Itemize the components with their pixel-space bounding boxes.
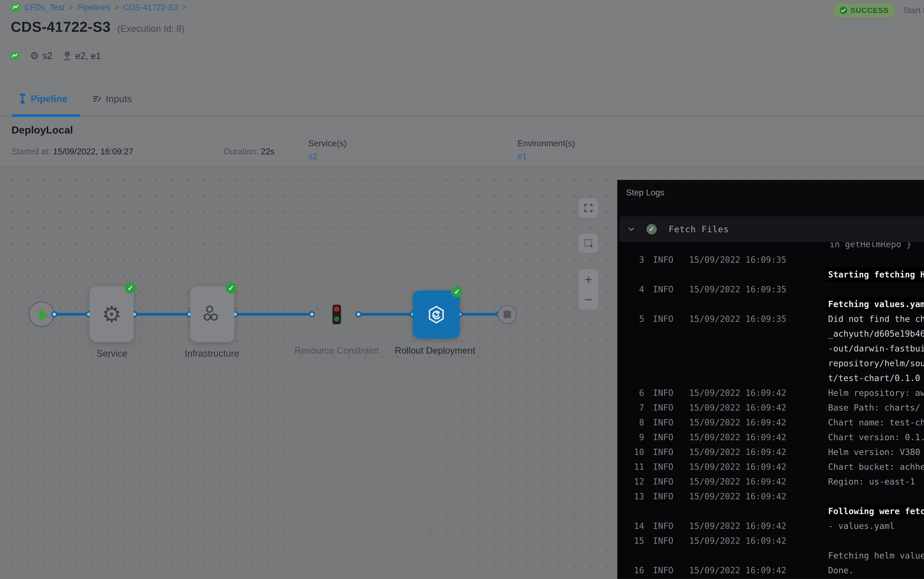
started-value: 15/09/2022, 16:09:27 — [53, 147, 134, 156]
play-icon — [39, 309, 49, 322]
zoom-out-button[interactable]: − — [584, 293, 592, 306]
node-infrastructure[interactable]: ✓ — [190, 286, 234, 342]
log-message: Helm repository: aws-qa-setup-modified — [828, 386, 924, 400]
log-lvl: INFO — [653, 474, 673, 489]
log-line: _achyuth/d605e19b46448ceaacb01fb4c19633a… — [828, 329, 924, 339]
start-node[interactable] — [29, 301, 54, 327]
log-row: 16INFO15/09/2022 16:09:42Done. — [618, 563, 924, 578]
log-body[interactable]: in getHelmRepo } 3INFO15/09/2022 16:09:3… — [618, 242, 924, 579]
log-line: - values.yaml — [828, 521, 895, 531]
node-service[interactable]: ⚙ ✓ — [90, 286, 134, 342]
harness-logo-icon — [11, 3, 20, 12]
node-label-infrastructure: Infrastructure — [175, 346, 249, 361]
log-lvl: INFO — [653, 282, 673, 297]
log-line: Base Path: charts/ — [828, 402, 920, 413]
execution-page: CFDs_Test > Pipelines > CDS-41722-S3 > S… — [0, 0, 924, 579]
fullscreen-button[interactable] — [579, 198, 598, 218]
duration-label: Duration: — [224, 147, 258, 156]
stage-started: Started at: 15/09/2022, 16:09:27 — [11, 146, 134, 156]
log-row: 14INFO15/09/2022 16:09:42- values.yaml — [618, 518, 924, 533]
log-line: repository/helm/source/93602db7-89f2-317… — [828, 358, 924, 368]
log-lvl: INFO — [653, 445, 673, 460]
environments-label: Environment(s) — [518, 138, 575, 148]
log-num: 11 — [618, 460, 644, 474]
services-value[interactable]: s2 — [308, 151, 317, 161]
stage-duration: Duration: 22s — [224, 146, 274, 156]
zoom-in-button[interactable]: + — [584, 273, 592, 286]
log-lvl: INFO — [653, 518, 673, 533]
node-label-resource-constraint: Resource Constraint — [290, 343, 383, 358]
services-label: Service(s) — [308, 138, 346, 148]
log-num: 7 — [618, 400, 644, 415]
log-row: 15INFO15/09/2022 16:09:42Fetching helm v… — [618, 533, 924, 563]
log-row: 11INFO15/09/2022 16:09:42Chart bucket: a… — [618, 460, 924, 474]
stage-info-bar: DeployLocal Started at: 15/09/2022, 16:0… — [0, 118, 924, 167]
log-time: 15/09/2022 16:09:35 — [689, 282, 793, 297]
gear-icon: ⚙ — [102, 301, 122, 327]
log-lvl: INFO — [653, 252, 673, 267]
environment-icon — [63, 51, 72, 61]
fit-to-screen-button[interactable] — [579, 234, 598, 253]
log-num: 3 — [618, 252, 644, 267]
traffic-light-red — [334, 306, 340, 312]
success-check-icon: ✓ — [451, 286, 463, 298]
gear-icon: ⚙ — [30, 50, 39, 62]
environment-tag-value: e2, e1 — [75, 51, 101, 61]
log-lvl: INFO — [653, 386, 673, 400]
traffic-light-green — [334, 316, 339, 322]
log-message: Helm version: V380 — [828, 445, 924, 460]
environment-tag[interactable]: e2, e1 — [63, 51, 101, 61]
log-blank-line — [828, 489, 924, 504]
step-success-icon: ✓ — [646, 224, 657, 234]
tab-pipeline[interactable]: Pipeline — [18, 81, 67, 116]
log-message: - values.yaml — [828, 518, 924, 533]
log-num: 16 — [618, 563, 644, 578]
breadcrumb-pipelines[interactable]: Pipelines — [77, 3, 110, 12]
log-line: Chart version: 0.1.0 — [828, 432, 924, 442]
active-tab-indicator — [12, 114, 80, 117]
node-resource-constraint[interactable] — [333, 305, 341, 324]
log-row: 10INFO15/09/2022 16:09:42Helm version: V… — [618, 445, 924, 460]
inputs-icon — [92, 94, 102, 103]
log-line: Chart name: test-chart — [828, 417, 924, 427]
chevron-right-icon: > — [69, 3, 73, 12]
success-check-icon: ✓ — [225, 282, 237, 294]
tab-pipeline-label: Pipeline — [31, 93, 67, 104]
start-time-label: Start time — [903, 6, 924, 15]
harness-logo-icon — [10, 51, 19, 60]
log-row: 8INFO15/09/2022 16:09:42Chart name: test… — [618, 415, 924, 430]
log-blank-line — [828, 282, 924, 297]
log-lvl: INFO — [653, 460, 673, 474]
chevron-right-icon: > — [182, 3, 187, 12]
execution-id: (Execution Id: 8) — [118, 23, 184, 34]
breadcrumb-project[interactable]: CFDs_Test — [24, 3, 65, 12]
log-row: 6INFO15/09/2022 16:09:42Helm repository:… — [618, 386, 924, 400]
node-rollout-deployment[interactable]: ✓ — [413, 290, 460, 339]
log-message: Done. — [828, 563, 924, 578]
environments-value[interactable]: e1 — [518, 151, 527, 161]
log-time: 15/09/2022 16:09:42 — [689, 518, 793, 533]
log-time: 15/09/2022 16:09:35 — [689, 311, 793, 326]
breadcrumb-pipeline-name[interactable]: CDS-41722-S3 — [123, 3, 178, 12]
step-logs-panel: Step Logs Console View ✓ Fetch Files — [617, 180, 924, 579]
log-lvl: INFO — [653, 430, 673, 445]
log-message: Chart bucket: achhelmbucket — [828, 460, 924, 474]
helm-icon — [426, 304, 446, 325]
end-node[interactable] — [498, 305, 517, 324]
selection-marquee-icon — [583, 238, 594, 248]
log-message: Base Path: charts/ — [828, 400, 924, 415]
log-time: 15/09/2022 16:09:42 — [689, 400, 793, 415]
chevron-down-icon[interactable] — [627, 225, 636, 234]
log-lvl: INFO — [653, 311, 673, 326]
log-num: 14 — [618, 518, 644, 533]
title-row: CDS-41722-S3 (Execution Id: 8) — [11, 18, 184, 35]
log-lvl: INFO — [653, 489, 673, 504]
service-tag[interactable]: ⚙ s2 — [30, 50, 52, 62]
log-message: Starting fetching Helm values — [828, 252, 924, 282]
tab-inputs[interactable]: Inputs — [92, 81, 132, 116]
log-message: Did not find the chart and version in lo… — [828, 311, 924, 386]
page-title: CDS-41722-S3 — [11, 18, 111, 35]
step-section-header[interactable]: ✓ Fetch Files ↑ ↓ 9s — [619, 216, 924, 242]
success-check-icon: ✓ — [125, 282, 136, 294]
log-blank-line — [828, 252, 924, 267]
